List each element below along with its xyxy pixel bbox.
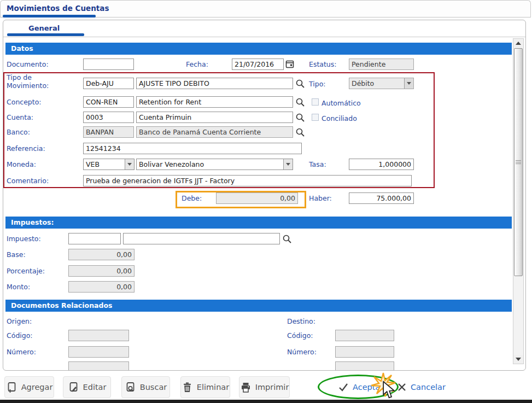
numero-destino-label: Número:: [287, 348, 317, 356]
tipo-movimiento-label: Tipo de Movimiento:: [7, 73, 69, 90]
scrollbar-down-button[interactable]: [513, 355, 523, 364]
scrollbar-thumb[interactable]: [514, 48, 523, 276]
impuesto-code-input[interactable]: [68, 233, 121, 244]
editar-button[interactable]: Editar: [63, 376, 111, 398]
document-add-icon: [6, 382, 17, 393]
concepto-code-input[interactable]: [83, 96, 134, 108]
fecha-label: Fecha:: [186, 60, 208, 68]
aceptar-button[interactable]: Aceptar: [338, 376, 383, 398]
numero-origen-label: Número:: [7, 348, 36, 356]
tipo-dropdown: Débito: [349, 78, 414, 89]
cancelar-button-label: Cancelar: [411, 383, 446, 392]
tasa-input[interactable]: [349, 159, 414, 170]
numero-destino-input: [335, 346, 394, 358]
moneda-name-arrow-icon[interactable]: [283, 159, 293, 170]
check-icon: [338, 382, 349, 393]
vertical-scrollbar[interactable]: [513, 38, 524, 364]
haber-input[interactable]: [349, 192, 414, 204]
tasa-label: Tasa:: [309, 160, 326, 168]
document-edit-icon: [68, 382, 79, 393]
moneda-code-dropdown[interactable]: VEB: [83, 159, 135, 170]
codigo-destino-label: Código:: [287, 331, 313, 340]
debe-input: [216, 192, 298, 204]
concepto-name-input[interactable]: [136, 96, 293, 108]
estatus-input: [349, 59, 414, 70]
calendar-icon[interactable]: [285, 60, 294, 68]
printer-icon: [240, 382, 252, 393]
comentario-label: Comentario:: [7, 177, 49, 185]
concepto-label: Concepto:: [7, 98, 42, 106]
base-label: Base:: [7, 250, 26, 259]
buscar-button-label: Buscar: [140, 383, 167, 392]
eliminar-button-label: Eliminar: [197, 383, 229, 392]
concepto-search-icon[interactable]: [295, 97, 305, 107]
cuenta-label: Cuenta:: [7, 113, 33, 121]
movimientos-de-cuentas-window: Movimientos de Cuentas General Datos Doc…: [0, 0, 532, 403]
trash-icon: [182, 382, 193, 393]
buscar-button[interactable]: Buscar: [121, 376, 170, 398]
imprimir-button[interactable]: Imprimir: [239, 376, 290, 398]
monto-label: Monto:: [7, 283, 30, 291]
banco-name-input: [136, 126, 293, 138]
codigo-destino-input: [335, 330, 394, 341]
origen-label: Origen:: [7, 317, 32, 325]
section-header-datos: Datos: [5, 43, 512, 55]
document-search-icon: [125, 382, 136, 393]
haber-label: Haber:: [309, 194, 332, 202]
tipo-movimiento-name-input[interactable]: [136, 78, 293, 89]
cuenta-code-input[interactable]: [83, 112, 134, 123]
section-header-documentos-relacionados: Documentos Relacionados: [5, 300, 512, 312]
cuenta-name-input[interactable]: [136, 112, 293, 123]
imprimir-button-label: Imprimir: [255, 383, 289, 392]
tipo-label: Tipo:: [309, 80, 326, 88]
x-icon: [397, 382, 407, 392]
tipo-movimiento-code-input[interactable]: [83, 78, 134, 89]
moneda-code-arrow-icon[interactable]: [125, 159, 134, 170]
referencia-input[interactable]: [83, 143, 302, 154]
banco-label: Banco:: [7, 128, 30, 136]
eliminar-button[interactable]: Eliminar: [180, 376, 230, 398]
agregar-button[interactable]: Agregar: [4, 376, 54, 398]
impuesto-name-input[interactable]: [123, 233, 280, 244]
base-input: [68, 249, 135, 260]
moneda-label: Moneda:: [7, 160, 36, 168]
moneda-name-dropdown[interactable]: Bolivar Venezolano: [136, 159, 293, 170]
moneda-code-value: VEB: [84, 159, 125, 170]
tipo-dropdown-value: Débito: [349, 78, 404, 89]
cancelar-button[interactable]: Cancelar: [397, 376, 446, 398]
codigo-origen-label: Código:: [7, 331, 33, 340]
origen-extra-input-partial: [68, 361, 129, 370]
impuesto-search-icon[interactable]: [282, 234, 292, 244]
cuenta-search-icon[interactable]: [295, 113, 305, 122]
tab-general[interactable]: General: [28, 24, 60, 32]
referencia-label: Referencia:: [7, 144, 45, 153]
scrollbar-up-button[interactable]: [513, 39, 523, 48]
scroll-up-icon: [516, 42, 521, 45]
banco-code-input: [83, 126, 134, 138]
window-title-tab-underline: [3, 15, 96, 17]
conciliado-checkbox[interactable]: [312, 114, 319, 121]
tipo-dropdown-arrow-icon: [404, 78, 413, 89]
mouse-cursor-icon: [382, 381, 396, 399]
porcentaje-label: Porcentaje:: [7, 267, 45, 275]
scroll-down-icon: [516, 358, 521, 361]
monto-input: [68, 281, 135, 293]
bottom-window-edge: [0, 400, 532, 403]
agregar-button-label: Agregar: [21, 383, 53, 392]
banco-search-icon[interactable]: [295, 127, 305, 137]
window-title-tab[interactable]: Movimientos de Cuentas: [7, 4, 109, 13]
automatico-checkbox[interactable]: [312, 98, 319, 106]
tipo-movimiento-search-icon[interactable]: [295, 79, 305, 89]
codigo-origen-input: [68, 330, 129, 341]
destino-extra-input-partial: [335, 361, 394, 370]
tab-general-underline: [7, 33, 84, 36]
documento-input[interactable]: [83, 59, 134, 70]
porcentaje-input: [68, 265, 135, 277]
documento-label: Documento:: [7, 60, 49, 68]
automatico-label: Automático: [321, 99, 361, 107]
numero-origen-input: [68, 346, 129, 358]
moneda-name-value: Bolivar Venezolano: [137, 159, 283, 170]
comentario-input[interactable]: [83, 175, 412, 186]
tab-divider: [3, 37, 525, 37]
fecha-input[interactable]: [232, 59, 284, 70]
